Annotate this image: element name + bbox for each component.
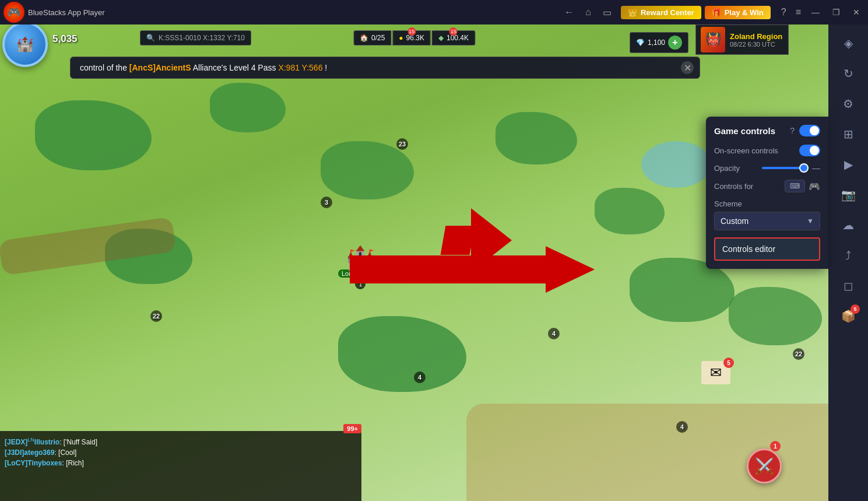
game-controls-toggle[interactable]: [799, 125, 820, 136]
mail-badge: 5: [723, 358, 734, 368]
location-text: K:SSS1-0010 X:1332 Y:710: [159, 34, 245, 42]
scheme-dropdown[interactable]: Custom ▼: [714, 212, 820, 230]
slider-track: [762, 167, 809, 169]
unit-23: 23: [396, 138, 408, 150]
forest-decoration: [35, 100, 152, 170]
gold-resource: 15 ● 96.3K: [392, 30, 431, 45]
square-icon: ◻: [844, 279, 853, 293]
search-icon: 🔍: [146, 34, 155, 42]
minimize-button[interactable]: —: [806, 5, 825, 19]
sidebar-item-multi-instance[interactable]: ⊞: [834, 120, 862, 148]
panel-header-controls: ?: [790, 125, 820, 136]
forest-decoration: [321, 141, 414, 199]
chat-line-3: [LoCY]Tinyboxes: [Rich]: [0, 458, 361, 468]
unit-22-left: 22: [150, 310, 162, 322]
reward-crown-icon: 👑: [628, 8, 637, 17]
region-date: 08/22 6:30 UTC: [730, 41, 782, 48]
forest-decoration: [210, 83, 286, 132]
game-controls-panel: Game controls ? On-screen controls Opaci…: [706, 117, 828, 269]
announcement-banner: control of the [AncS]AncientS Alliance's…: [70, 57, 700, 79]
sidebar-item-sync[interactable]: ⤴: [834, 241, 862, 269]
chat-name-1: [JEDX]: [5, 438, 27, 446]
tabs-button[interactable]: ▭: [599, 5, 615, 20]
sidebar-item-settings[interactable]: ⚙: [834, 90, 862, 118]
sidebar-item-rotate[interactable]: ↻: [834, 59, 862, 87]
unit-4-right: 4: [676, 421, 688, 433]
house-icon: 🏠: [360, 34, 368, 42]
opacity-slider[interactable]: —: [762, 163, 820, 173]
region-portrait: 👹 Zoland Region 08/22 6:30 UTC: [695, 24, 789, 55]
location-bar: 🔍 K:SSS1-0010 X:1332 Y:710: [140, 30, 251, 45]
sidebar-item-macro[interactable]: ▶: [834, 150, 862, 178]
chat-name-2: [J3DI]atego369: [5, 449, 54, 457]
keyboard-icon-button[interactable]: ⌨: [785, 180, 805, 192]
sidebar-badge: 5: [851, 304, 860, 314]
player-avatar[interactable]: 🏰: [2, 24, 48, 67]
sidebar-item-package[interactable]: 📦 5: [834, 302, 862, 330]
window-controls: — ❐ ✕: [806, 5, 866, 19]
reward-center-label: Reward Center: [641, 8, 694, 17]
water-feature: [641, 141, 711, 188]
unit-3: 3: [321, 197, 332, 208]
chat-msg-1: : ['Nuff Said]: [59, 438, 97, 446]
sidebar-item-square[interactable]: ◻: [834, 272, 862, 300]
restore-button[interactable]: ❐: [827, 5, 846, 19]
resource-bar: 🏠 0/25 15 ● 96.3K 15 ◆ 100.4K: [353, 30, 475, 45]
help-icon-btn[interactable]: ?: [790, 126, 795, 135]
player-score: 5,035: [52, 33, 78, 45]
scheme-label: Scheme: [714, 199, 820, 208]
forest-decoration: [595, 188, 665, 234]
sidebar-item-screenshot[interactable]: 📷: [834, 181, 862, 209]
controls-editor-button[interactable]: Controls editor: [714, 237, 820, 261]
rotate-icon: ↻: [844, 66, 853, 80]
on-screen-toggle[interactable]: [799, 145, 820, 156]
food-icon: ◆: [438, 34, 444, 42]
house-resource: 🏠 0/25: [353, 30, 391, 45]
on-screen-toggle-thumb: [810, 146, 819, 155]
reward-center-button[interactable]: 👑 Reward Center: [621, 6, 701, 19]
sidebar-item-cloud[interactable]: ☁: [834, 211, 862, 239]
ann-prefix: control of the: [80, 63, 129, 72]
gems-resource: 💎 1,100 +: [630, 32, 688, 53]
menu-icon[interactable]: ≡: [791, 5, 806, 20]
scheme-value: Custom: [721, 216, 748, 226]
on-screen-label: On-screen controls: [714, 146, 778, 155]
panel-title: Game controls: [714, 126, 775, 136]
right-sidebar: ◈ ↻ ⚙ ⊞ ▶ 📷 ☁ ⤴ ◻ 📦 5: [828, 24, 868, 501]
unit-badge: 22: [150, 310, 162, 322]
help-icon[interactable]: ?: [776, 5, 791, 20]
sync-icon: ⤴: [845, 249, 851, 262]
settings-icon: ⚙: [843, 97, 853, 111]
ann-alliance: [AncS]AncientS: [129, 63, 191, 72]
close-button[interactable]: ✕: [847, 5, 866, 19]
gold-amount: 96.3K: [406, 34, 424, 42]
cloud-icon: ☁: [842, 218, 854, 232]
gold-icon: ●: [399, 34, 403, 42]
game-area[interactable]: 🏰 5,035 🔍 K:SSS1-0010 X:1332 Y:710 🏠 0/2…: [0, 24, 828, 501]
food-amount: 100.4K: [447, 34, 469, 42]
macro-icon: ▶: [844, 157, 853, 171]
play-win-button[interactable]: 🎁 Play & Win: [705, 6, 771, 19]
bluestacks-logo: 🎮: [3, 2, 24, 23]
chat-msg-2: : [Cool]: [54, 449, 76, 457]
gold-badge: 15: [407, 27, 416, 36]
announcement-close-button[interactable]: ✕: [681, 61, 694, 74]
dropdown-arrow-icon: ▼: [807, 217, 814, 225]
home-button[interactable]: ⌂: [582, 5, 595, 20]
add-gems-button[interactable]: +: [668, 36, 682, 50]
chat-line-2: [J3DI]atego369: [Cool]: [0, 447, 361, 458]
mail-button[interactable]: ✉ 5: [701, 361, 730, 384]
house-count: 0/25: [371, 34, 385, 42]
forest-decoration: [496, 112, 577, 164]
forest-decoration: [729, 287, 822, 345]
opacity-minus-icon: —: [812, 163, 820, 173]
sidebar-item-world-map[interactable]: ◈: [834, 29, 862, 57]
gamepad-icon[interactable]: 🎮: [809, 181, 820, 192]
slider-thumb: [799, 163, 809, 173]
back-button[interactable]: ←: [561, 5, 577, 20]
ann-middle: Alliance's Level 4 Pass: [193, 63, 279, 72]
opacity-label: Opacity: [714, 164, 740, 173]
crossblade-badge: 1: [770, 441, 781, 451]
food-badge: 15: [449, 27, 458, 36]
crossblade-button[interactable]: ⚔️: [747, 449, 782, 484]
